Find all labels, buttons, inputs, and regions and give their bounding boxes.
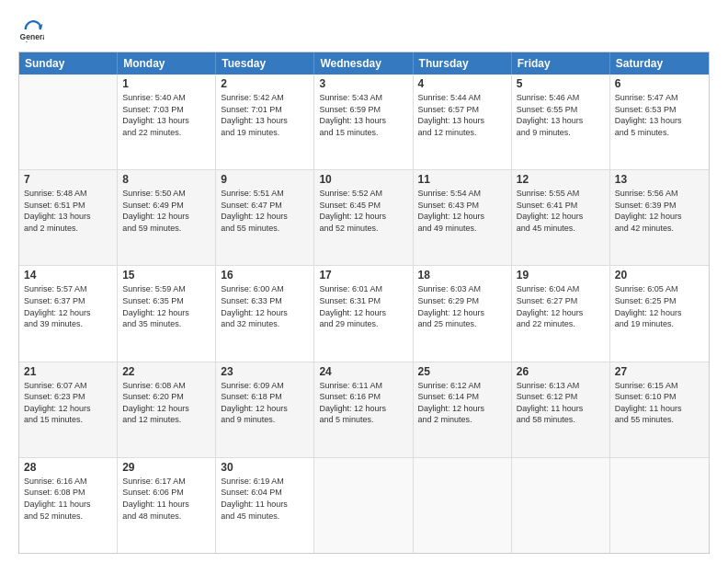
svg-text:Blue: Blue	[20, 40, 38, 42]
calendar-row: 14Sunrise: 5:57 AM Sunset: 6:37 PM Dayli…	[19, 266, 709, 362]
calendar-body: 1Sunrise: 5:40 AM Sunset: 7:03 PM Daylig…	[19, 75, 709, 553]
calendar-cell: 16Sunrise: 6:00 AM Sunset: 6:33 PM Dayli…	[216, 266, 314, 361]
day-info: Sunrise: 6:01 AM Sunset: 6:31 PM Dayligh…	[319, 283, 407, 329]
day-info: Sunrise: 5:54 AM Sunset: 6:43 PM Dayligh…	[418, 188, 506, 234]
page-header: General Blue	[18, 17, 710, 42]
day-info: Sunrise: 5:55 AM Sunset: 6:41 PM Dayligh…	[517, 188, 605, 234]
day-number: 5	[517, 77, 605, 90]
day-number: 11	[418, 173, 506, 186]
day-info: Sunrise: 5:44 AM Sunset: 6:57 PM Dayligh…	[418, 92, 506, 138]
header-cell-tuesday: Tuesday	[216, 52, 314, 75]
day-number: 19	[517, 269, 605, 282]
day-info: Sunrise: 6:13 AM Sunset: 6:12 PM Dayligh…	[517, 380, 605, 426]
logo: General Blue	[18, 17, 46, 42]
day-number: 17	[319, 269, 407, 282]
day-number: 23	[221, 365, 309, 378]
calendar-cell: 1Sunrise: 5:40 AM Sunset: 7:03 PM Daylig…	[118, 75, 216, 169]
calendar-cell: 15Sunrise: 5:59 AM Sunset: 6:35 PM Dayli…	[118, 266, 216, 361]
calendar-cell: 27Sunrise: 6:15 AM Sunset: 6:10 PM Dayli…	[610, 362, 709, 457]
day-number: 20	[615, 269, 704, 282]
calendar-cell: 4Sunrise: 5:44 AM Sunset: 6:57 PM Daylig…	[414, 75, 512, 169]
header-cell-thursday: Thursday	[414, 52, 512, 75]
day-info: Sunrise: 5:40 AM Sunset: 7:03 PM Dayligh…	[122, 92, 210, 138]
calendar-cell: 26Sunrise: 6:13 AM Sunset: 6:12 PM Dayli…	[512, 362, 610, 457]
calendar-cell: 20Sunrise: 6:05 AM Sunset: 6:25 PM Dayli…	[610, 266, 709, 361]
day-number: 18	[418, 269, 506, 282]
calendar-header: SundayMondayTuesdayWednesdayThursdayFrid…	[19, 52, 709, 75]
day-info: Sunrise: 5:52 AM Sunset: 6:45 PM Dayligh…	[319, 188, 407, 234]
day-number: 14	[24, 269, 112, 282]
day-number: 25	[418, 365, 506, 378]
day-info: Sunrise: 5:57 AM Sunset: 6:37 PM Dayligh…	[24, 283, 112, 329]
day-info: Sunrise: 6:19 AM Sunset: 6:04 PM Dayligh…	[221, 476, 309, 522]
calendar-cell: 12Sunrise: 5:55 AM Sunset: 6:41 PM Dayli…	[512, 170, 610, 265]
day-number: 30	[221, 461, 309, 474]
day-number: 21	[24, 365, 112, 378]
day-number: 10	[319, 173, 407, 186]
day-info: Sunrise: 5:50 AM Sunset: 6:49 PM Dayligh…	[122, 188, 210, 234]
day-number: 16	[221, 269, 309, 282]
calendar-cell: 6Sunrise: 5:47 AM Sunset: 6:53 PM Daylig…	[610, 75, 709, 169]
calendar-cell: 21Sunrise: 6:07 AM Sunset: 6:23 PM Dayli…	[19, 362, 118, 457]
day-number: 7	[24, 173, 112, 186]
day-number: 22	[122, 365, 210, 378]
calendar-cell: 18Sunrise: 6:03 AM Sunset: 6:29 PM Dayli…	[414, 266, 512, 361]
day-info: Sunrise: 5:43 AM Sunset: 6:59 PM Dayligh…	[319, 92, 407, 138]
header-cell-sunday: Sunday	[19, 52, 118, 75]
calendar: SundayMondayTuesdayWednesdayThursdayFrid…	[18, 52, 710, 554]
day-number: 13	[615, 173, 704, 186]
day-info: Sunrise: 6:03 AM Sunset: 6:29 PM Dayligh…	[418, 283, 506, 329]
calendar-cell: 19Sunrise: 6:04 AM Sunset: 6:27 PM Dayli…	[512, 266, 610, 361]
svg-text:General: General	[20, 32, 44, 41]
calendar-row: 7Sunrise: 5:48 AM Sunset: 6:51 PM Daylig…	[19, 170, 709, 266]
calendar-cell: 8Sunrise: 5:50 AM Sunset: 6:49 PM Daylig…	[118, 170, 216, 265]
day-info: Sunrise: 5:48 AM Sunset: 6:51 PM Dayligh…	[24, 188, 112, 234]
calendar-row: 28Sunrise: 6:16 AM Sunset: 6:08 PM Dayli…	[19, 458, 709, 553]
calendar-cell	[610, 458, 709, 553]
day-number: 27	[615, 365, 704, 378]
calendar-cell: 10Sunrise: 5:52 AM Sunset: 6:45 PM Dayli…	[314, 170, 413, 265]
header-cell-saturday: Saturday	[610, 52, 709, 75]
day-info: Sunrise: 6:17 AM Sunset: 6:06 PM Dayligh…	[122, 476, 210, 522]
day-number: 29	[122, 461, 210, 474]
day-info: Sunrise: 6:09 AM Sunset: 6:18 PM Dayligh…	[221, 380, 309, 426]
calendar-cell: 9Sunrise: 5:51 AM Sunset: 6:47 PM Daylig…	[216, 170, 314, 265]
calendar-cell	[19, 75, 118, 169]
calendar-cell	[314, 458, 413, 553]
day-number: 9	[221, 173, 309, 186]
calendar-cell: 25Sunrise: 6:12 AM Sunset: 6:14 PM Dayli…	[414, 362, 512, 457]
day-info: Sunrise: 5:46 AM Sunset: 6:55 PM Dayligh…	[517, 92, 605, 138]
day-number: 15	[122, 269, 210, 282]
calendar-cell: 11Sunrise: 5:54 AM Sunset: 6:43 PM Dayli…	[414, 170, 512, 265]
calendar-cell: 13Sunrise: 5:56 AM Sunset: 6:39 PM Dayli…	[610, 170, 709, 265]
day-number: 8	[122, 173, 210, 186]
day-info: Sunrise: 6:12 AM Sunset: 6:14 PM Dayligh…	[418, 380, 506, 426]
day-info: Sunrise: 6:07 AM Sunset: 6:23 PM Dayligh…	[24, 380, 112, 426]
day-number: 26	[517, 365, 605, 378]
calendar-cell: 14Sunrise: 5:57 AM Sunset: 6:37 PM Dayli…	[19, 266, 118, 361]
day-info: Sunrise: 6:11 AM Sunset: 6:16 PM Dayligh…	[319, 380, 407, 426]
calendar-cell: 30Sunrise: 6:19 AM Sunset: 6:04 PM Dayli…	[216, 458, 314, 553]
day-info: Sunrise: 6:00 AM Sunset: 6:33 PM Dayligh…	[221, 283, 309, 329]
day-info: Sunrise: 5:42 AM Sunset: 7:01 PM Dayligh…	[221, 92, 309, 138]
day-number: 3	[319, 77, 407, 90]
calendar-cell: 23Sunrise: 6:09 AM Sunset: 6:18 PM Dayli…	[216, 362, 314, 457]
day-info: Sunrise: 5:56 AM Sunset: 6:39 PM Dayligh…	[615, 188, 704, 234]
day-number: 28	[24, 461, 112, 474]
day-info: Sunrise: 5:59 AM Sunset: 6:35 PM Dayligh…	[122, 283, 210, 329]
day-number: 1	[122, 77, 210, 90]
day-info: Sunrise: 6:05 AM Sunset: 6:25 PM Dayligh…	[615, 283, 704, 329]
header-cell-wednesday: Wednesday	[314, 52, 413, 75]
calendar-cell: 17Sunrise: 6:01 AM Sunset: 6:31 PM Dayli…	[314, 266, 413, 361]
calendar-cell: 24Sunrise: 6:11 AM Sunset: 6:16 PM Dayli…	[314, 362, 413, 457]
logo-icon: General Blue	[18, 17, 44, 42]
day-number: 12	[517, 173, 605, 186]
calendar-cell	[414, 458, 512, 553]
day-info: Sunrise: 6:15 AM Sunset: 6:10 PM Dayligh…	[615, 380, 704, 426]
day-info: Sunrise: 6:16 AM Sunset: 6:08 PM Dayligh…	[24, 476, 112, 522]
day-info: Sunrise: 5:47 AM Sunset: 6:53 PM Dayligh…	[615, 92, 704, 138]
calendar-cell	[512, 458, 610, 553]
calendar-row: 1Sunrise: 5:40 AM Sunset: 7:03 PM Daylig…	[19, 75, 709, 170]
calendar-cell: 3Sunrise: 5:43 AM Sunset: 6:59 PM Daylig…	[314, 75, 413, 169]
calendar-cell: 2Sunrise: 5:42 AM Sunset: 7:01 PM Daylig…	[216, 75, 314, 169]
